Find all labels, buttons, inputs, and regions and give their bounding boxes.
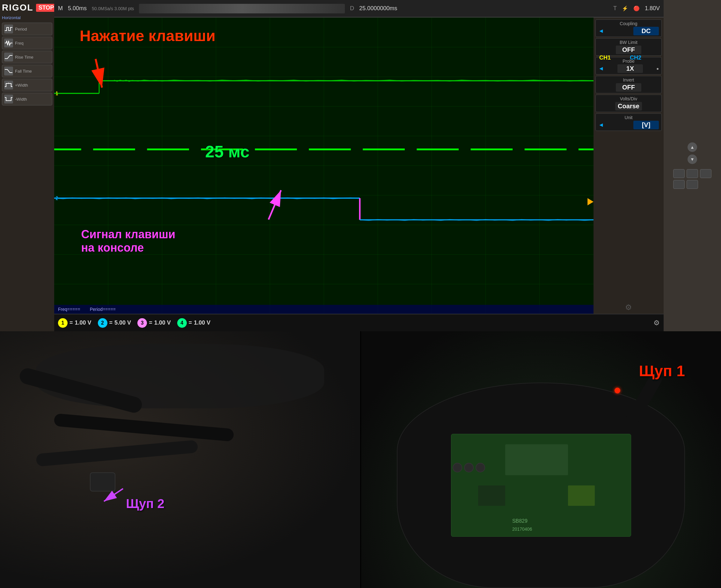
offset-value: 25.0000000ms xyxy=(359,5,397,12)
trigger-symbol: ⚡ xyxy=(622,5,628,12)
ch1-port-label: CH1 xyxy=(599,55,611,61)
mode-indicator: M xyxy=(58,5,63,12)
volts-div-value: Coarse xyxy=(615,102,642,110)
meas-fall-btn[interactable]: Fall Time xyxy=(2,65,52,78)
osc-toolbar: M 5.00ms 50.0MSa/s 3.00M pts D 25.000000… xyxy=(54,0,664,18)
svg-text:1: 1 xyxy=(56,91,58,96)
photo-cables-bg: Щуп 2 xyxy=(0,331,360,588)
coupling-left-btn[interactable]: ◄ xyxy=(598,28,604,35)
annotation-keypress: Нажатие клавиши xyxy=(80,27,216,45)
ch3-voltage: 1.00 V xyxy=(154,319,171,326)
invert-value: OFF xyxy=(616,83,641,92)
probe1-label: Щуп 1 xyxy=(639,362,685,380)
hw-buttons xyxy=(673,169,712,189)
ch2-number: 2 xyxy=(98,318,107,328)
annotation-signal: Сигнал клавиши на консоле xyxy=(81,228,176,254)
meas-rise-btn[interactable]: Rise Time xyxy=(2,51,52,63)
unit-left-btn[interactable]: ◄ xyxy=(598,122,604,128)
unit-row: ◄ [V] xyxy=(598,121,659,129)
pcb-component-1 xyxy=(478,485,505,506)
offset-label: D xyxy=(350,5,354,12)
period-item: Period===== xyxy=(90,307,116,312)
annotation-25ms: 25 мс xyxy=(205,142,249,161)
hw-btn-3[interactable] xyxy=(700,169,712,178)
channel-status-bar: 1 = 1.00 V 2 = 5.00 V 3 = 1.00 V 4 = xyxy=(54,314,664,331)
coupling-row: ◄ DC xyxy=(598,27,659,35)
pcb-chip xyxy=(505,444,568,475)
meas-nwidth-btn[interactable]: -Width xyxy=(2,93,52,105)
minus-width-icon xyxy=(4,94,13,104)
nav-controls: ▲ ▼ xyxy=(687,142,697,164)
grid-waveform-svg: 1 2 xyxy=(54,18,594,314)
invert-group: Invert OFF xyxy=(596,76,662,93)
screen-wrapper: 1 2 Нажатие клавиши xyxy=(54,18,664,314)
horizontal-label: Horizontal xyxy=(2,15,52,20)
ch2-voltage: 5.00 V xyxy=(115,319,131,326)
hw-btn-row-1 xyxy=(673,169,712,178)
volts-div-label: Volts/Div xyxy=(598,96,659,101)
gamepad-dpad xyxy=(433,463,505,472)
probe-left-btn[interactable]: ◄ xyxy=(598,65,604,72)
nav-down-btn[interactable]: ▼ xyxy=(687,154,697,164)
oscilloscope-screen: 1 2 Нажатие клавиши xyxy=(54,18,594,314)
hw-btn-2[interactable] xyxy=(686,169,698,178)
unit-value: [V] xyxy=(633,121,659,129)
probe-value: 1X xyxy=(617,64,643,73)
probe2-arrow xyxy=(101,485,126,506)
red-arrow xyxy=(83,56,121,95)
fall-icon xyxy=(4,67,13,76)
meas-period-btn[interactable]: Period xyxy=(2,23,52,35)
rigol-logo: RIGOL xyxy=(2,3,34,13)
auto-icon: 🔴 xyxy=(633,5,640,12)
meas-pwidth-btn[interactable]: +Width xyxy=(2,79,52,91)
rise-time-label: Rise Time xyxy=(15,55,34,60)
hw-btn-5[interactable] xyxy=(686,180,698,189)
timebase-value: 5.00ms xyxy=(68,5,87,12)
dpad-down xyxy=(476,463,485,472)
period-icon xyxy=(4,24,13,34)
plus-width-label: +Width xyxy=(15,83,28,88)
freq-icon xyxy=(4,39,13,47)
ch1-indicator: 1 = 1.00 V xyxy=(58,318,92,328)
ch3-eq: = xyxy=(149,319,152,326)
nav-up-btn[interactable]: ▲ xyxy=(687,142,697,152)
ch-port-labels: CH1 CH2 xyxy=(599,55,641,61)
probe2-label: Щуп 2 xyxy=(126,497,164,511)
ch1-eq: = xyxy=(69,319,73,326)
coupling-label: Coupling xyxy=(598,21,659,26)
bw-limit-value: OFF xyxy=(616,45,641,54)
oscilloscope-frame: RIGOL STOP Horizontal Period xyxy=(0,0,721,331)
settings-gear-icon: ⚙ xyxy=(596,303,662,312)
coupling-value: DC xyxy=(633,27,659,35)
ch2-port-label: CH2 xyxy=(630,55,641,61)
stop-badge: STOP xyxy=(36,4,57,12)
dpad-up xyxy=(453,463,462,472)
trigger-label: T xyxy=(613,5,617,12)
ch1-number: 1 xyxy=(58,318,67,328)
meas-freq-btn[interactable]: Freq xyxy=(2,37,52,49)
hw-btn-4[interactable] xyxy=(673,180,685,189)
settings-spacer: ⚙ xyxy=(596,303,662,312)
pcb-text-sb829: SB829 xyxy=(512,518,527,524)
waveform-thumb xyxy=(139,4,345,13)
ch3-number: 3 xyxy=(137,318,147,328)
period-label: Period xyxy=(15,27,27,31)
ch2-eq: = xyxy=(109,319,113,326)
photo-cables: Щуп 2 xyxy=(0,331,360,588)
freq-label: Freq xyxy=(15,41,24,45)
volts-div-group: Volts/Div Coarse xyxy=(596,94,662,112)
ch4-eq: = xyxy=(189,319,192,326)
physical-right-panel: ▲ ▼ xyxy=(664,0,721,331)
bw-limit-label: BW Limit xyxy=(598,40,659,45)
bw-limit-group: BW Limit OFF xyxy=(596,38,662,56)
svg-text:2: 2 xyxy=(56,195,58,201)
unit-group: Unit ◄ [V] xyxy=(596,113,662,131)
invert-label: Invert xyxy=(598,78,659,83)
trigger-level: 1.80V xyxy=(645,5,660,12)
pcb-component-2 xyxy=(568,485,595,506)
minus-width-label: -Width xyxy=(15,97,27,102)
ch4-voltage: 1.00 V xyxy=(194,319,211,326)
ch3-indicator: 3 = 1.00 V xyxy=(137,318,171,328)
hw-btn-1[interactable] xyxy=(673,169,685,178)
probe-dot: ● xyxy=(656,66,659,71)
